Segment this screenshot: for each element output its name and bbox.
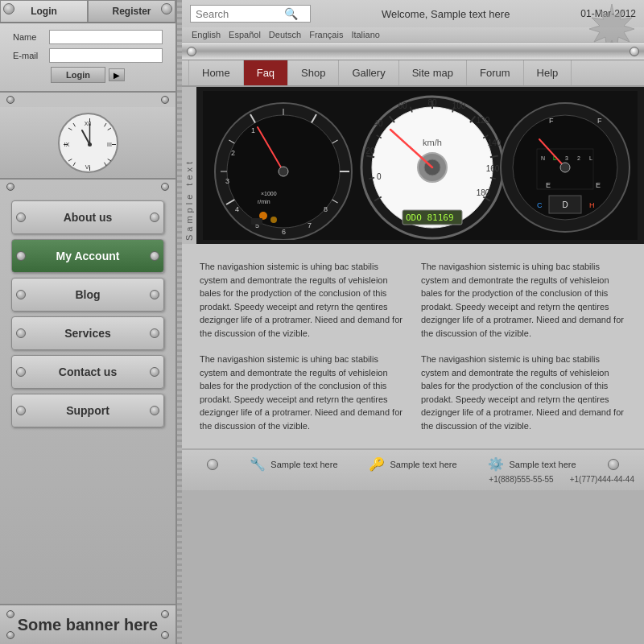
nav-forum[interactable]: Forum bbox=[467, 60, 524, 85]
svg-line-6 bbox=[68, 128, 72, 130]
svg-text:N: N bbox=[541, 155, 545, 161]
search-bar: 🔍 bbox=[190, 5, 311, 23]
header-right: 01-Mar-2012 bbox=[580, 8, 636, 19]
btn-screw-l1 bbox=[16, 213, 26, 222]
screw-banner-tr bbox=[161, 610, 169, 618]
nav-blog-btn[interactable]: Blog bbox=[11, 278, 164, 312]
btn-screw-l3 bbox=[16, 290, 26, 299]
gear-icon: ⚙️ bbox=[488, 456, 504, 472]
top-header: 🔍 Welcome, Sample text here 01-Mar-2012 … bbox=[182, 0, 644, 60]
btn-screw-r4 bbox=[150, 328, 159, 338]
auth-tabs: Login Register bbox=[0, 0, 175, 23]
nav-contact-btn[interactable]: Contact us bbox=[11, 355, 164, 389]
nav-support-btn[interactable]: Support bbox=[11, 394, 164, 427]
search-input[interactable] bbox=[196, 8, 284, 20]
deco-bar bbox=[182, 43, 644, 60]
svg-text:F: F bbox=[597, 117, 602, 125]
svg-text:3: 3 bbox=[225, 177, 229, 185]
text-block-1: The navigashion sistemic is uhing bac st… bbox=[192, 254, 413, 346]
svg-text:ODO  81169: ODO 81169 bbox=[406, 213, 454, 223]
svg-text:L: L bbox=[589, 155, 592, 161]
svg-line-16 bbox=[82, 130, 90, 145]
speedometer-section: 1 2 3 4 5 6 7 8 ×1000 r/min bbox=[196, 87, 644, 244]
btn-screw-l6 bbox=[16, 406, 26, 415]
screw-s3 bbox=[6, 183, 14, 191]
screw-s4 bbox=[161, 183, 169, 191]
nav-myaccount-btn[interactable]: My Account bbox=[11, 239, 164, 273]
nav-help[interactable]: Help bbox=[524, 60, 572, 85]
nav-services-btn[interactable]: Services bbox=[11, 316, 164, 350]
nav-buttons: About us My Account Blog Services Contac… bbox=[0, 194, 175, 604]
search-icon[interactable]: 🔍 bbox=[284, 7, 298, 20]
btn-screw-l2 bbox=[16, 251, 26, 261]
welcome-text: Welcome, Sample text here bbox=[319, 8, 572, 20]
svg-text:r/min: r/min bbox=[258, 199, 270, 204]
text-block-2: The navigashion sistemic is uhing bac st… bbox=[413, 254, 634, 346]
screw-row-1 bbox=[0, 93, 175, 107]
svg-text:H: H bbox=[589, 201, 595, 209]
deco-dot-left bbox=[187, 47, 196, 56]
btn-screw-r6 bbox=[150, 406, 159, 415]
svg-text:C: C bbox=[537, 201, 543, 209]
lang-espanol[interactable]: Español bbox=[229, 30, 261, 39]
svg-text:E: E bbox=[596, 181, 601, 189]
nav-about-btn[interactable]: About us bbox=[11, 200, 164, 234]
language-bar: English Español Deutsch Français Italian… bbox=[182, 27, 644, 43]
footer-bottom: +1(888)555-55-55 +1(777)444-44-44 bbox=[192, 475, 634, 484]
svg-text:IX: IX bbox=[64, 142, 69, 147]
speedo-wrapper: Sample text bbox=[182, 87, 644, 244]
svg-text:140: 140 bbox=[488, 138, 502, 147]
nav-faq[interactable]: Faq bbox=[244, 60, 288, 85]
lang-italiano[interactable]: Italiano bbox=[351, 30, 379, 39]
svg-line-5 bbox=[104, 123, 106, 126]
svg-text:2: 2 bbox=[231, 149, 235, 157]
svg-text:×1000: ×1000 bbox=[261, 191, 277, 196]
svg-rect-39 bbox=[251, 218, 262, 225]
email-label: E-mail bbox=[13, 51, 49, 60]
clock-section: XII III VI IX bbox=[0, 107, 175, 180]
svg-text:3: 3 bbox=[565, 155, 568, 161]
svg-point-18 bbox=[88, 142, 92, 147]
banner-section: Some banner here bbox=[0, 604, 175, 644]
login-button[interactable]: Login bbox=[51, 67, 105, 83]
sample-text-vertical: Sample text bbox=[182, 87, 196, 244]
login-arrow-button[interactable]: ▶ bbox=[109, 68, 125, 81]
name-input[interactable] bbox=[49, 30, 163, 44]
svg-text:160: 160 bbox=[486, 164, 500, 173]
btn-screw-l5 bbox=[16, 367, 26, 377]
svg-text:VI: VI bbox=[85, 164, 90, 170]
btn-screw-l4 bbox=[16, 328, 26, 338]
nav-home[interactable]: Home bbox=[188, 60, 244, 85]
lang-english[interactable]: English bbox=[192, 30, 221, 39]
svg-text:D: D bbox=[562, 200, 568, 209]
svg-text:80: 80 bbox=[427, 98, 437, 107]
nav-gallery[interactable]: Gallery bbox=[339, 60, 398, 85]
sidebar: Login Register Name E-mail Login ▶ bbox=[0, 0, 177, 644]
lang-deutsch[interactable]: Deutsch bbox=[269, 30, 301, 39]
nav-shop[interactable]: Shop bbox=[288, 60, 339, 85]
text-block-4: The navigashion sistemic is uhing bac st… bbox=[413, 346, 634, 439]
wrench-icon: 🔧 bbox=[250, 456, 266, 472]
footer-icons-row: 🔧 Sample text here 🔑 Sample text here ⚙️… bbox=[192, 456, 634, 472]
btn-screw-r5 bbox=[150, 367, 159, 377]
screw-tr bbox=[161, 3, 172, 14]
email-input[interactable] bbox=[49, 48, 163, 63]
footer-dot-left bbox=[207, 459, 218, 470]
svg-text:180: 180 bbox=[477, 188, 490, 197]
banner-text: Some banner here bbox=[18, 616, 159, 634]
svg-text:E: E bbox=[546, 181, 551, 189]
btn-screw-r2 bbox=[150, 251, 159, 261]
key-icon: 🔑 bbox=[369, 456, 385, 472]
lang-francais[interactable]: Français bbox=[309, 30, 343, 39]
speedometer-svg: 1 2 3 4 5 6 7 8 ×1000 r/min bbox=[203, 91, 638, 240]
phone-2: +1(777)444-44-44 bbox=[570, 475, 634, 484]
btn-screw-r1 bbox=[150, 213, 159, 222]
clock-face: XII III VI IX bbox=[58, 113, 118, 173]
footer-text-2: Sample text here bbox=[390, 460, 456, 469]
text-block-3: The navigashion sistemic is uhing bac st… bbox=[192, 346, 413, 439]
svg-text:20: 20 bbox=[365, 147, 375, 155]
login-form: Name E-mail Login ▶ bbox=[0, 23, 175, 93]
svg-point-73 bbox=[560, 163, 570, 172]
svg-text:6: 6 bbox=[282, 228, 286, 236]
nav-sitemap[interactable]: Site map bbox=[399, 60, 467, 85]
